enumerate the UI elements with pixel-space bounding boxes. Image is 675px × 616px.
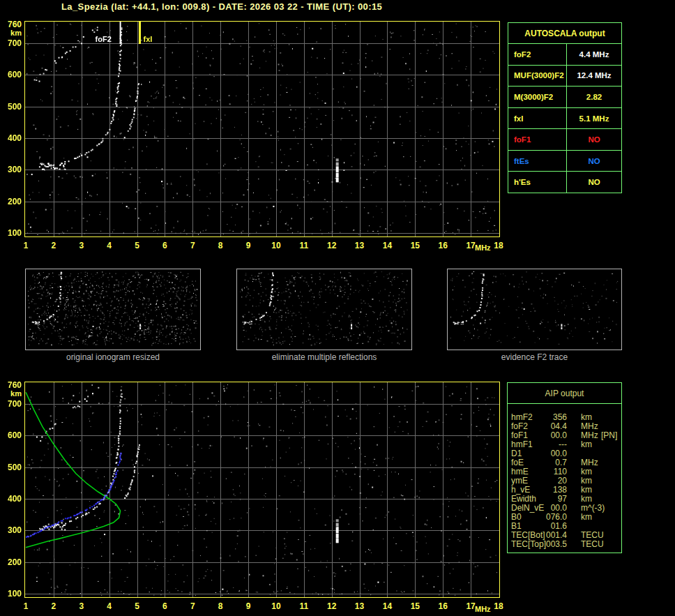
x-tick-label: 3 (74, 601, 89, 611)
autoscala-row-value: 12.4 MHz (567, 66, 621, 87)
autoscala-row: M(3000)F22.82 (508, 86, 621, 107)
autoscala-row-label: fxI (508, 108, 567, 129)
x-tick-label: 15 (407, 241, 423, 250)
y-tick-label: 760 (0, 20, 22, 29)
y-tick-label: 700 (0, 38, 22, 48)
profile-ionogram-plot (24, 382, 500, 598)
autoscala-row-value: 5.1 MHz (567, 108, 621, 129)
x-tick-label: 10 (268, 241, 284, 250)
thumbnail-caption-f2trace: evidence F2 trace (447, 352, 622, 362)
autoscala-row: foF24.4 MHz (508, 44, 621, 65)
x-tick-label: 13 (352, 601, 367, 611)
y-tick-label: 700 (0, 399, 22, 409)
autoscala-row-label: h'Es (508, 172, 567, 193)
x-tick-label: 15 (407, 601, 423, 611)
autoscala-row-label: M(3000)F2 (508, 87, 567, 107)
x-tick-label: 1 (18, 241, 33, 250)
autoscala-screen: La_Spezia (lat: +44.1, lon: 009.8) - DAT… (0, 0, 675, 616)
x-tick-label: 14 (379, 601, 395, 611)
thumbnail-evidence-f2-trace (447, 269, 622, 350)
x-tick-label: 5 (130, 601, 145, 611)
x-tick-label: 16 (435, 241, 450, 250)
thumbnail-eliminate-reflections (236, 269, 412, 350)
aip-row-unit: km (581, 513, 592, 522)
x-tick-label: 8 (213, 241, 228, 250)
aip-table-body: hmF2356kmfoF204.4MHzfoF100.0MHz[PN]hmF1-… (508, 404, 621, 553)
x-tick-label: 2 (46, 241, 61, 250)
x-tick-label: 7 (185, 241, 200, 250)
y-axis-unit-km-top: km (0, 29, 22, 37)
autoscala-row-value: 2.82 (567, 87, 621, 107)
autoscala-row: ftEsNO (508, 150, 621, 172)
x-tick-label: 12 (324, 241, 340, 250)
autoscala-row: foF1NO (508, 128, 621, 150)
y-tick-label: 300 (0, 165, 22, 174)
autoscala-row: MUF(3000)F212.4 MHz (508, 65, 621, 87)
x-tick-label: 10 (268, 601, 284, 611)
aip-row-value: 003.5 (527, 540, 567, 549)
y-tick-label: 200 (0, 197, 22, 206)
y-tick-label: 100 (0, 228, 22, 238)
x-tick-label: 3 (74, 241, 89, 250)
y-tick-label: 400 (0, 494, 22, 504)
x-tick-label: 18 (491, 601, 506, 611)
main-ionogram-plot (24, 21, 500, 237)
aip-row-extra: [PN] (601, 431, 617, 440)
x-tick-label: 6 (157, 601, 172, 611)
x-tick-label: 4 (102, 601, 117, 611)
x-tick-label: 16 (435, 601, 450, 611)
autoscala-table-body: foF24.4 MHzMUF(3000)F212.4 MHzM(3000)F22… (508, 44, 621, 193)
x-tick-label: 4 (102, 241, 117, 250)
x-tick-label: 5 (130, 241, 145, 250)
y-tick-label: 600 (0, 70, 22, 80)
x-tick-label: 17 (463, 601, 478, 611)
aip-output-table: AIP output hmF2356kmfoF204.4MHzfoF100.0M… (507, 382, 622, 553)
y-tick-label: 600 (0, 430, 22, 440)
autoscala-row: h'EsNO (508, 171, 621, 193)
thumbnail-caption-reflections: eliminate multiple reflections (236, 352, 412, 362)
thumbnail-caption-original: original ionogram resized (25, 352, 201, 362)
x-tick-label: 6 (157, 241, 172, 250)
x-tick-label: 9 (241, 241, 256, 250)
x-tick-label: 18 (491, 241, 506, 250)
x-tick-label: 13 (352, 241, 367, 250)
thumbnail-original-ionogram (25, 269, 201, 350)
y-axis-unit-km-bottom: km (0, 389, 22, 398)
y-tick-label: 500 (0, 102, 22, 112)
autoscala-table-title: AUTOSCALA output (508, 23, 621, 44)
y-tick-label: 760 (0, 380, 22, 390)
y-tick-label: 200 (0, 557, 22, 567)
autoscala-row-value: NO (567, 129, 621, 150)
x-tick-label: 11 (296, 601, 312, 611)
marker-label-foF2: foF2 (96, 35, 112, 43)
y-tick-label: 300 (0, 525, 22, 535)
x-tick-label: 17 (463, 241, 478, 250)
x-tick-label: 7 (185, 601, 200, 611)
y-tick-label: 500 (0, 463, 22, 472)
x-tick-label: 2 (46, 601, 61, 611)
autoscala-output-table: AUTOSCALA output foF24.4 MHzMUF(3000)F21… (508, 22, 622, 193)
aip-table-title: AIP output (508, 383, 621, 404)
autoscala-row-label: foF2 (508, 44, 567, 65)
autoscala-row-value: NO (567, 151, 621, 172)
aip-row-unit: TECU (581, 540, 604, 549)
marker-label-fxI: fxI (144, 35, 153, 43)
x-tick-label: 9 (241, 601, 256, 611)
autoscala-row-value: NO (567, 172, 621, 193)
autoscala-row-label: ftEs (508, 151, 567, 172)
x-tick-label: 14 (379, 241, 395, 250)
page-title: La_Spezia (lat: +44.1, lon: 009.8) - DAT… (61, 1, 382, 12)
x-tick-label: 12 (324, 601, 340, 611)
aip-row: TEC[Top]003.5TECU (508, 540, 621, 549)
x-tick-label: 11 (296, 241, 312, 250)
autoscala-row-label: foF1 (508, 129, 567, 150)
autoscala-row-label: MUF(3000)F2 (508, 66, 567, 87)
autoscala-row: fxI5.1 MHz (508, 107, 621, 129)
y-tick-label: 100 (0, 589, 22, 599)
autoscala-row-value: 4.4 MHz (567, 44, 621, 65)
y-tick-label: 400 (0, 133, 22, 143)
aip-row-unit: km (581, 440, 592, 449)
x-tick-label: 8 (213, 601, 228, 611)
x-tick-label: 1 (18, 601, 33, 611)
